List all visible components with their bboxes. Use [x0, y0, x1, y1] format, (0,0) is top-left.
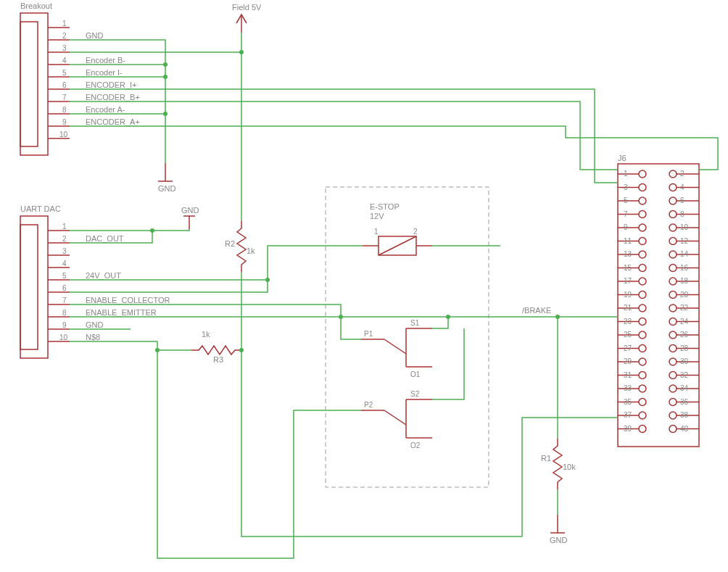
svg-text:28: 28 — [680, 344, 689, 352]
svg-text:1k: 1k — [247, 246, 255, 255]
svg-text:15: 15 — [624, 264, 632, 272]
svg-point-222 — [163, 112, 167, 116]
svg-text:10: 10 — [680, 223, 689, 231]
svg-text:DAC_OUT: DAC_OUT — [86, 234, 124, 243]
relay-coil: E-STOP 12V 1 2 — [363, 202, 432, 255]
svg-point-80 — [669, 211, 677, 218]
svg-text:3: 3 — [624, 183, 628, 191]
svg-point-115 — [639, 291, 646, 299]
svg-point-225 — [265, 278, 270, 282]
svg-point-152 — [669, 372, 677, 379]
svg-text:R1: R1 — [541, 454, 551, 463]
resistor-r3: 1k R3 — [191, 330, 242, 364]
breakout-title: Breakout — [20, 1, 52, 10]
resistor-r2: R2 1k — [225, 221, 255, 272]
svg-point-175 — [639, 426, 646, 433]
svg-text:9: 9 — [624, 223, 628, 231]
svg-text:32: 32 — [680, 371, 689, 379]
svg-text:16: 16 — [680, 264, 689, 272]
svg-text:5: 5 — [624, 196, 628, 204]
svg-point-68 — [669, 184, 677, 191]
svg-point-121 — [639, 304, 646, 312]
svg-text:8: 8 — [62, 106, 67, 114]
svg-text:Field 5V: Field 5V — [232, 3, 262, 12]
svg-text:14: 14 — [680, 250, 689, 258]
svg-text:37: 37 — [624, 411, 632, 419]
svg-text:2: 2 — [62, 235, 67, 243]
svg-point-92 — [669, 238, 677, 245]
svg-point-74 — [669, 197, 677, 204]
uart-dac-connector: UART DAC 1 2 3 4 5 6 7 8 9 10 DAC_OUT 24… — [20, 204, 170, 358]
field-5v-symbol: Field 5V — [232, 3, 262, 33]
svg-text:GND: GND — [86, 31, 104, 40]
svg-point-122 — [669, 304, 677, 312]
brake-label: /BRAKE — [522, 306, 551, 315]
svg-point-109 — [639, 278, 646, 285]
resistor-r1: R1 10k — [541, 439, 576, 489]
svg-text:29: 29 — [624, 357, 632, 365]
svg-text:12: 12 — [680, 237, 689, 245]
svg-text:Encoder I-: Encoder I- — [86, 68, 123, 77]
svg-text:31: 31 — [624, 371, 632, 379]
svg-point-176 — [669, 426, 677, 433]
svg-text:11: 11 — [624, 237, 632, 245]
svg-point-146 — [669, 358, 677, 365]
svg-text:1k: 1k — [202, 330, 210, 339]
svg-point-145 — [639, 358, 646, 365]
svg-point-170 — [669, 412, 677, 419]
svg-text:13: 13 — [624, 250, 632, 258]
svg-text:34: 34 — [680, 384, 689, 392]
svg-text:2: 2 — [680, 170, 684, 178]
svg-text:6: 6 — [62, 284, 67, 292]
svg-point-169 — [639, 412, 646, 419]
svg-point-140 — [669, 345, 677, 352]
svg-text:18: 18 — [680, 277, 689, 285]
svg-point-86 — [669, 224, 677, 231]
svg-text:4: 4 — [62, 260, 67, 268]
svg-text:8: 8 — [680, 210, 684, 218]
svg-text:12V: 12V — [370, 212, 384, 220]
svg-text:GND: GND — [550, 536, 568, 544]
svg-point-139 — [639, 345, 646, 352]
svg-point-73 — [639, 197, 646, 204]
gnd-breakout: GND — [158, 163, 176, 193]
gnd-r1: GND — [550, 515, 568, 544]
svg-text:R2: R2 — [225, 239, 235, 248]
svg-text:33: 33 — [624, 384, 632, 392]
svg-text:ENCODER_A+: ENCODER_A+ — [86, 117, 140, 126]
svg-text:25: 25 — [624, 331, 632, 339]
svg-text:24V_OUT: 24V_OUT — [86, 271, 121, 280]
svg-text:P1: P1 — [364, 330, 373, 338]
uart-dac-title: UART DAC — [20, 204, 61, 213]
svg-text:1: 1 — [62, 223, 67, 231]
svg-text:3: 3 — [62, 247, 67, 255]
svg-point-164 — [669, 399, 677, 406]
svg-text:2: 2 — [62, 32, 67, 40]
svg-point-158 — [669, 385, 677, 392]
svg-point-220 — [163, 62, 167, 67]
svg-text:21: 21 — [624, 304, 632, 312]
svg-text:36: 36 — [680, 398, 689, 406]
svg-text:5: 5 — [62, 69, 67, 77]
svg-point-62 — [669, 170, 677, 178]
svg-text:Encoder B-: Encoder B- — [86, 56, 125, 65]
svg-text:10: 10 — [59, 333, 68, 341]
svg-text:7: 7 — [62, 297, 67, 304]
svg-text:1: 1 — [624, 170, 628, 178]
svg-text:4: 4 — [62, 57, 67, 65]
svg-point-103 — [639, 265, 646, 272]
svg-text:1: 1 — [62, 20, 67, 28]
svg-text:R3: R3 — [213, 355, 223, 364]
svg-text:S1: S1 — [410, 319, 420, 327]
relay-contact-2: P2 S2 O2 — [361, 390, 432, 449]
svg-point-104 — [669, 265, 677, 272]
svg-text:GND: GND — [181, 206, 199, 215]
svg-text:ENABLE_EMITTER: ENABLE_EMITTER — [86, 308, 157, 317]
svg-text:Encoder A-: Encoder A- — [86, 105, 125, 114]
svg-point-151 — [639, 372, 646, 379]
svg-text:10: 10 — [59, 130, 68, 138]
svg-text:24: 24 — [680, 318, 689, 326]
svg-point-127 — [639, 318, 646, 326]
svg-text:27: 27 — [624, 344, 632, 352]
svg-text:17: 17 — [624, 277, 632, 285]
